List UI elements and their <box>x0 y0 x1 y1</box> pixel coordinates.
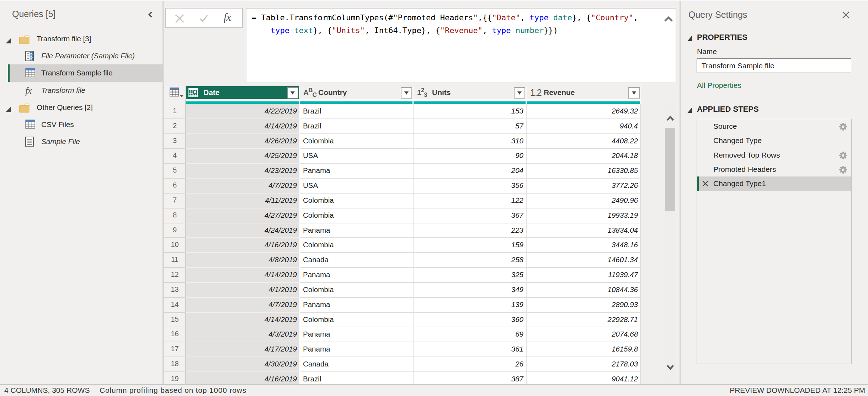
cell-revenue[interactable]: 19933.19 <box>527 208 641 223</box>
cell-revenue[interactable]: 940.4 <box>527 119 641 134</box>
row-number[interactable]: 4 <box>164 149 186 164</box>
step-settings-gear-icon[interactable] <box>839 122 847 130</box>
row-number[interactable]: 18 <box>164 357 186 372</box>
row-number[interactable]: 14 <box>164 298 186 313</box>
cell-date[interactable]: 4/30/2019 <box>186 357 300 372</box>
cell-units[interactable]: 356 <box>414 179 527 194</box>
cell-units[interactable]: 159 <box>414 238 527 253</box>
cell-date[interactable]: 4/17/2019 <box>186 342 300 357</box>
formula-collapse-icon[interactable] <box>664 16 673 22</box>
cell-country[interactable]: USA <box>300 179 414 194</box>
cell-revenue[interactable]: 2649.32 <box>527 104 641 119</box>
cell-revenue[interactable]: 3448.16 <box>527 238 641 253</box>
cell-revenue[interactable]: 10844.36 <box>527 283 641 298</box>
scrollbar-thumb[interactable] <box>665 128 675 211</box>
cell-country[interactable]: Panama <box>300 298 414 313</box>
cell-date[interactable]: 4/22/2019 <box>186 104 300 119</box>
row-number[interactable]: 10 <box>164 238 186 253</box>
cell-revenue[interactable]: 9041.12 <box>527 372 641 384</box>
cell-units[interactable]: 325 <box>414 268 527 283</box>
cell-units[interactable]: 387 <box>414 372 527 384</box>
applied-step-changed-type[interactable]: Changed Type <box>697 133 851 148</box>
cell-units[interactable]: 26 <box>414 357 527 372</box>
cell-revenue[interactable]: 2490.96 <box>527 194 641 208</box>
cell-date[interactable]: 4/16/2019 <box>186 238 300 253</box>
cell-date[interactable]: 4/27/2019 <box>186 208 300 223</box>
cell-country[interactable]: Colombia <box>300 208 414 223</box>
row-number[interactable]: 12 <box>164 268 186 283</box>
row-number[interactable]: 2 <box>164 119 186 134</box>
step-settings-gear-icon[interactable] <box>839 165 847 173</box>
status-profiling-note[interactable]: Column profiling based on top 1000 rows <box>100 386 246 395</box>
column-filter-button[interactable] <box>401 87 412 99</box>
formula-fx-icon[interactable]: fx <box>224 11 238 25</box>
cell-units[interactable]: 69 <box>414 327 527 342</box>
column-header-revenue[interactable]: 1.2 Revenue <box>527 86 640 99</box>
delete-step-icon[interactable] <box>702 180 709 187</box>
row-number[interactable]: 5 <box>164 164 186 179</box>
cell-country[interactable]: Panama <box>300 164 414 179</box>
query-item-transform-file[interactable]: fxTransform file <box>0 82 163 99</box>
cell-revenue[interactable]: 22928.71 <box>527 313 641 328</box>
cell-country[interactable]: Panama <box>300 268 414 283</box>
cell-date[interactable]: 4/8/2019 <box>186 253 300 268</box>
cell-country[interactable]: Colombia <box>300 134 414 149</box>
cell-units[interactable]: 223 <box>414 223 527 238</box>
row-number[interactable]: 6 <box>164 179 186 194</box>
select-all-columns-button[interactable] <box>164 86 185 99</box>
cell-date[interactable]: 4/14/2019 <box>186 119 300 134</box>
cell-revenue[interactable]: 3772.26 <box>527 179 641 194</box>
row-number[interactable]: 11 <box>164 253 186 268</box>
cell-country[interactable]: Brazil <box>300 372 414 384</box>
cell-revenue[interactable]: 2044.18 <box>527 149 641 164</box>
query-item-file-parameter-sample-file-[interactable]: File Parameter (Sample File) <box>0 47 163 64</box>
applied-step-changed-type1[interactable]: Changed Type1 <box>697 176 851 191</box>
applied-step-promoted-headers[interactable]: Promoted Headers <box>697 162 851 176</box>
cell-date[interactable]: 4/25/2019 <box>186 149 300 164</box>
cell-date[interactable]: 4/7/2019 <box>186 179 300 194</box>
cell-country[interactable]: Canada <box>300 357 414 372</box>
formula-cancel-icon[interactable] <box>175 14 185 23</box>
query-item-csv-files[interactable]: CSV Files <box>0 116 163 133</box>
cell-country[interactable]: Brazil <box>300 104 414 119</box>
cell-country[interactable]: Colombia <box>300 313 414 328</box>
cell-units[interactable]: 139 <box>414 298 527 313</box>
cell-units[interactable]: 361 <box>414 342 527 357</box>
applied-step-source[interactable]: Source <box>697 119 851 133</box>
cell-revenue[interactable]: 2074.68 <box>527 327 641 342</box>
cell-date[interactable]: 4/26/2019 <box>186 134 300 149</box>
row-number[interactable]: 13 <box>164 283 186 298</box>
cell-country[interactable]: Panama <box>300 327 414 342</box>
cell-country[interactable]: Colombia <box>300 194 414 208</box>
cell-date[interactable]: 4/14/2019 <box>186 268 300 283</box>
cell-revenue[interactable]: 11939.47 <box>527 268 641 283</box>
cell-country[interactable]: USA <box>300 149 414 164</box>
column-filter-button[interactable] <box>514 87 525 99</box>
cell-units[interactable]: 204 <box>414 164 527 179</box>
cell-units[interactable]: 349 <box>414 283 527 298</box>
tree-expanded-icon[interactable] <box>5 106 11 114</box>
row-number[interactable]: 1 <box>164 104 186 119</box>
column-filter-button[interactable] <box>287 87 298 99</box>
cell-units[interactable]: 310 <box>414 134 527 149</box>
cell-country[interactable]: Panama <box>300 342 414 357</box>
step-settings-gear-icon[interactable] <box>839 151 847 159</box>
row-number[interactable]: 8 <box>164 208 186 223</box>
cell-date[interactable]: 4/23/2019 <box>186 164 300 179</box>
cell-revenue[interactable]: 2890.93 <box>527 298 641 313</box>
row-number[interactable]: 17 <box>164 342 186 357</box>
cell-revenue[interactable]: 13834.04 <box>527 223 641 238</box>
tree-expanded-icon[interactable] <box>5 38 11 45</box>
scroll-up-icon[interactable] <box>666 115 674 122</box>
cell-units[interactable]: 122 <box>414 194 527 208</box>
query-item-transform-file-3-[interactable]: Transform file [3] <box>0 30 163 47</box>
row-number[interactable]: 9 <box>164 223 186 238</box>
scroll-down-icon[interactable] <box>666 364 674 371</box>
query-name-input[interactable]: Transform Sample file <box>697 58 851 73</box>
formula-check-icon[interactable] <box>199 14 208 23</box>
cell-country[interactable]: Colombia <box>300 238 414 253</box>
cell-units[interactable]: 153 <box>414 104 527 119</box>
cell-date[interactable]: 4/16/2019 <box>186 372 300 384</box>
cell-revenue[interactable]: 14601.34 <box>527 253 641 268</box>
cell-country[interactable]: Panama <box>300 223 414 238</box>
